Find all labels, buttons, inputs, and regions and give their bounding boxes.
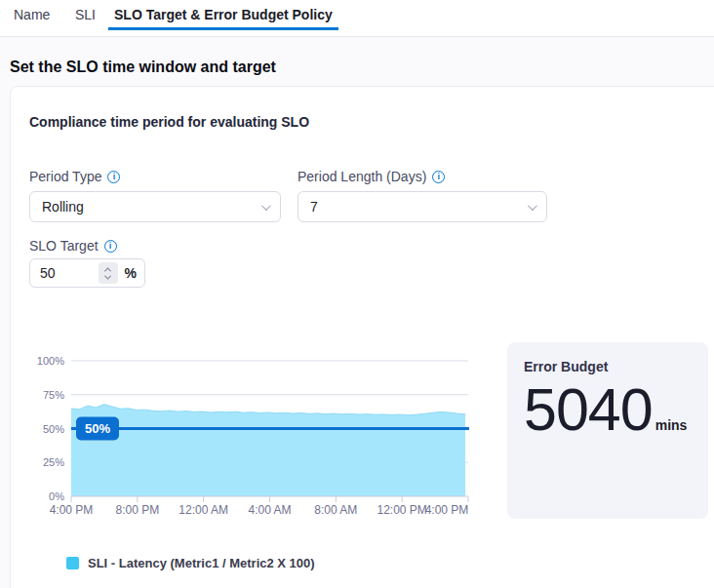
percent-sign: % (125, 265, 137, 281)
page-title: Set the SLO time window and target (10, 59, 276, 76)
info-icon[interactable]: i (432, 171, 445, 183)
x-axis-label: 12:00 AM (178, 503, 228, 517)
period-length-label-text: Period Length (Days) (298, 169, 426, 184)
period-type-select[interactable]: Rolling (29, 191, 281, 222)
period-length-select[interactable]: 7 (298, 191, 547, 222)
period-type-value: Rolling (42, 199, 261, 215)
y-axis-label: 75% (43, 389, 64, 401)
sli-area-chart: 0%25%50%75%100%4:00 PM8:00 PM12:00 AM4:0… (27, 349, 478, 523)
y-axis-label: 0% (49, 490, 64, 502)
area-series (71, 405, 465, 496)
y-axis-label: 25% (43, 456, 64, 468)
tab-sli[interactable]: SLI (75, 7, 96, 22)
chart-legend-item[interactable]: SLI - Latency (Metric1 / Metric2 X 100) (66, 556, 315, 570)
x-axis-label: 8:00 AM (314, 503, 357, 517)
x-axis-label: 4:00 PM (50, 503, 94, 517)
error-budget-card: Error Budget 5040 mins (507, 342, 708, 519)
number-stepper[interactable] (99, 262, 118, 284)
tab-slo-target-error-budget[interactable]: SLO Target & Error Budget Policy (108, 7, 338, 30)
period-type-label: Period Type i (29, 169, 120, 184)
slo-target-label-text: SLO Target (29, 238, 99, 254)
error-budget-value-row: 5040 mins (524, 378, 692, 441)
slo-configuration-page: Name SLI SLO Target & Error Budget Polic… (0, 0, 714, 588)
compliance-section-title: Compliance time period for evaluating SL… (29, 114, 309, 130)
chevron-down-icon (261, 201, 271, 211)
period-type-label-text: Period Type (29, 169, 101, 184)
x-axis-label: 4:00 AM (248, 503, 291, 517)
period-length-value: 7 (310, 199, 528, 215)
x-axis-label: 12:00 PM (377, 503, 426, 517)
slo-target-input[interactable] (30, 265, 99, 281)
legend-swatch (66, 557, 79, 569)
slo-target-badge-label: 50% (85, 421, 110, 436)
info-icon[interactable]: i (104, 240, 117, 253)
slo-target-input-group: % (29, 258, 145, 288)
error-budget-unit: mins (655, 417, 688, 433)
legend-label: SLI - Latency (Metric1 / Metric2 X 100) (88, 556, 315, 570)
period-length-label: Period Length (Days) i (298, 169, 445, 184)
info-icon[interactable]: i (107, 171, 120, 183)
x-axis-label: 4:00 PM (425, 503, 469, 517)
y-axis-label: 50% (43, 423, 64, 435)
stepper-down-icon[interactable] (104, 272, 111, 279)
y-axis-label: 100% (37, 355, 64, 367)
x-axis-label: 8:00 PM (115, 503, 159, 517)
error-budget-title: Error Budget (524, 359, 692, 374)
chevron-down-icon (528, 201, 537, 211)
error-budget-value: 5040 (524, 378, 653, 441)
tab-name[interactable]: Name (14, 7, 50, 22)
slo-target-label: SLO Target i (29, 238, 117, 254)
